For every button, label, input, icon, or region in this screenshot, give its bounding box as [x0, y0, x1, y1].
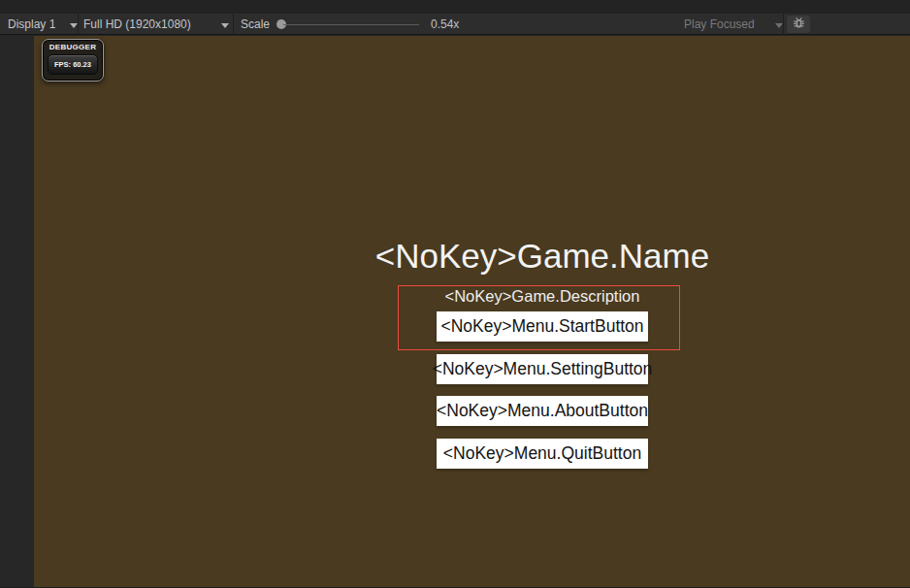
- editor-left-strip: [0, 36, 34, 588]
- menu-about-button[interactable]: <NoKey>Menu.AboutButton: [437, 396, 648, 426]
- toolbar-separator: [233, 14, 234, 35]
- menu-start-button[interactable]: <NoKey>Menu.StartButton: [437, 311, 648, 342]
- bug-icon: [792, 16, 806, 33]
- play-focused-dropdown[interactable]: Play Focused: [684, 14, 783, 35]
- tab-strip: [0, 0, 910, 14]
- scale-value: 0.54x: [431, 14, 459, 35]
- menu-setting-button-label: <NoKey>Menu.SettingButton: [433, 359, 653, 379]
- scale-slider-track[interactable]: [283, 24, 419, 25]
- game-title: <NoKey>Game.Name: [375, 237, 709, 276]
- toolbar-separator: [78, 14, 79, 35]
- toolbar-separator: [783, 14, 784, 35]
- menu-quit-button[interactable]: <NoKey>Menu.QuitButton: [437, 439, 648, 469]
- scale-label: Scale: [241, 14, 270, 35]
- menu-setting-button[interactable]: <NoKey>Menu.SettingButton: [437, 354, 648, 384]
- play-focused-label: Play Focused: [684, 17, 755, 31]
- resolution-dropdown[interactable]: Full HD (1920x1080): [83, 14, 229, 35]
- display-dropdown[interactable]: Display 1: [8, 14, 78, 35]
- game-view-toolbar: Display 1 Full HD (1920x1080) Scale 0.54…: [0, 14, 910, 35]
- debugger-title: DEBUGGER: [43, 43, 103, 51]
- display-dropdown-label: Display 1: [8, 17, 55, 31]
- chevron-down-icon: [221, 23, 229, 28]
- debug-toggle-button[interactable]: [787, 16, 810, 33]
- game-description: <NoKey>Game.Description: [445, 287, 640, 306]
- unity-game-view-window: Display 1 Full HD (1920x1080) Scale 0.54…: [0, 0, 910, 588]
- menu-quit-button-label: <NoKey>Menu.QuitButton: [443, 443, 641, 464]
- fps-button[interactable]: FPS: 60.23: [48, 54, 98, 75]
- menu-about-button-label: <NoKey>Menu.AboutButton: [437, 401, 648, 421]
- chevron-down-icon: [70, 23, 78, 28]
- resolution-dropdown-label: Full HD (1920x1080): [83, 17, 191, 31]
- game-viewport: DEBUGGER FPS: 60.23 <NoKey>Game.Name <No…: [34, 36, 910, 588]
- menu-start-button-label: <NoKey>Menu.StartButton: [440, 316, 643, 337]
- chevron-down-icon: [775, 23, 783, 28]
- debugger-overlay-panel: DEBUGGER FPS: 60.23: [42, 39, 104, 82]
